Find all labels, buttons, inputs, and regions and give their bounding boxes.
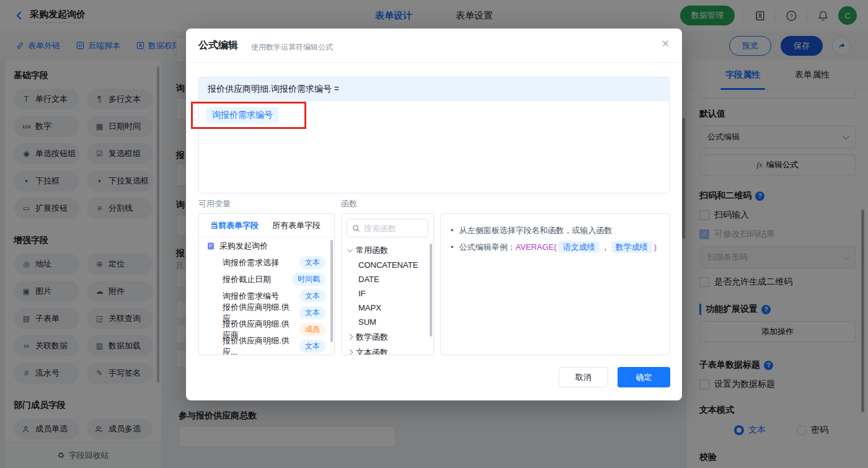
chevron-right-icon [347, 350, 353, 355]
variable-name: 报价截止日期 [223, 274, 271, 285]
function-item[interactable]: CONCATENATE [342, 258, 433, 272]
type-tag: 文本 [299, 306, 326, 319]
example-function: AVERAGE( [516, 242, 557, 252]
variable-name: 询报价需求编号 [223, 291, 279, 302]
example-label: 公式编辑举例： [459, 242, 516, 252]
variable-item[interactable]: 报价供应商明细.供应... 文本 [199, 338, 334, 355]
search-icon [352, 224, 360, 232]
function-item[interactable]: IF [342, 286, 433, 301]
formula-editor: 报价供应商明细.询报价需求编号 = 询报价需求编号 [198, 77, 670, 193]
group-label: 常用函数 [356, 245, 388, 256]
function-item[interactable]: SUM [342, 315, 433, 329]
function-item[interactable]: MAPX [342, 301, 433, 315]
function-group-text[interactable]: 文本函数 [342, 345, 433, 355]
form-doc-icon [206, 242, 215, 250]
variables-panel: 当前表单字段 所有表单字段 采购发起询价 询报价需求选择 文本 报价截止日期 时… [198, 213, 335, 355]
close-icon[interactable]: ✕ [662, 38, 670, 50]
help-tip-2: 公式编辑举例：AVERAGE(语文成绩，数学成绩) [451, 239, 659, 255]
example-function-close: ) [654, 242, 657, 252]
example-token: 语文成绩 [559, 241, 600, 253]
modal-title: 公式编辑 [198, 39, 238, 52]
formula-edit-modal: 公式编辑 使用数学运算符编辑公式 ✕ 报价供应商明细.询报价需求编号 = 询报价… [186, 29, 682, 400]
type-tag: 文本 [299, 340, 326, 353]
example-token: 数学成绩 [611, 241, 652, 253]
group-label: 数学函数 [356, 332, 388, 343]
chevron-right-icon [347, 334, 353, 340]
type-tag: 文本 [299, 289, 326, 302]
functions-panel: 常用函数 CONCATENATE DATE IF MAPX SUM 数学函数 文… [341, 213, 434, 355]
functions-label: 函数 [341, 198, 357, 210]
confirm-button[interactable]: 确定 [618, 367, 670, 387]
variable-tree-root[interactable]: 采购发起询价 [199, 237, 334, 254]
variable-name: 报价供应商明细.供应... [223, 335, 295, 356]
function-group-math[interactable]: 数学函数 [342, 329, 433, 345]
variable-name: 询报价需求选择 [223, 257, 279, 268]
type-tag: 成员 [299, 323, 326, 336]
chevron-down-icon [347, 246, 353, 252]
function-search [347, 219, 428, 237]
tab-current-form-fields[interactable]: 当前表单字段 [210, 220, 259, 231]
modal-subtitle: 使用数学运算符编辑公式 [251, 42, 333, 53]
variable-item[interactable]: 报价截止日期 时间戳 [199, 271, 334, 288]
group-label: 文本函数 [356, 347, 388, 356]
variable-item[interactable]: 询报价需求选择 文本 [199, 254, 334, 271]
function-search-input[interactable] [364, 224, 423, 233]
formula-target: 报价供应商明细.询报价需求编号 = [199, 77, 669, 101]
example-comma: ， [601, 242, 609, 252]
tab-all-form-fields[interactable]: 所有表单字段 [272, 220, 321, 231]
type-tag: 文本 [299, 256, 326, 269]
form-designer-app: 采购发起询价 表单设计 表单设置 数据管理 ? C 表单外链 [0, 0, 868, 468]
function-item[interactable]: DATE [342, 272, 433, 286]
function-group-common[interactable]: 常用函数 [342, 242, 433, 258]
formula-help-panel: 从左侧面板选择字段名和函数，或输入函数 公式编辑举例：AVERAGE(语文成绩，… [440, 213, 670, 355]
variables-label: 可用变量 [198, 198, 231, 210]
formula-field-token[interactable]: 询报价需求编号 [206, 107, 278, 123]
variables-scrollbar[interactable] [330, 240, 333, 342]
help-tip-1: 从左侧面板选择字段名和函数，或输入函数 [451, 222, 659, 239]
functions-scrollbar[interactable] [430, 244, 432, 337]
type-tag: 时间戳 [292, 273, 326, 286]
formula-input-area[interactable]: 询报价需求编号 [199, 101, 669, 193]
tree-root-label: 采购发起询价 [219, 241, 268, 252]
cancel-button[interactable]: 取消 [559, 367, 608, 387]
variables-tabs: 当前表单字段 所有表单字段 [199, 214, 334, 237]
modal-header-divider [186, 62, 682, 63]
